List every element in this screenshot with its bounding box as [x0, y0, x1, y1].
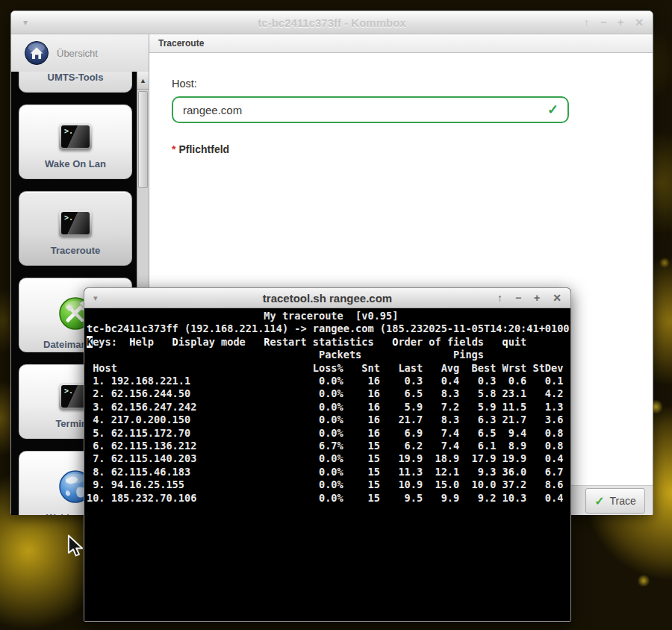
trace-button[interactable]: ✓ Trace	[585, 488, 645, 514]
valid-check-icon: ✓	[547, 102, 559, 118]
scrollbar-thumb[interactable]	[138, 91, 148, 188]
terminal-banner: My traceroute [v0.95]	[87, 310, 570, 322]
terminal-hop-row: 6. 62.115.136.212 6.7% 15 6.2 7.4 6.1 8.…	[87, 440, 570, 452]
minimize-button[interactable]: −	[515, 292, 521, 304]
terminal-keys-line: Keys: Help Display mode Restart statisti…	[87, 336, 570, 349]
terminal-hop-row: 3. 62.156.247.242 0.0% 16 5.9 7.2 5.9 11…	[87, 401, 570, 414]
required-star: *	[172, 143, 175, 155]
host-label: Host:	[172, 78, 653, 90]
sidebar-item-label: Traceroute	[51, 245, 100, 256]
close-button[interactable]: ✕	[635, 16, 644, 28]
window-menu-icon[interactable]: ▾	[23, 17, 28, 28]
mouse-cursor	[67, 534, 84, 558]
terminal-hop-row: 10. 185.232.70.106 0.0% 15 9.5 9.9 9.2 1…	[87, 492, 570, 505]
trace-button-label: Trace	[610, 495, 636, 507]
terminal-hop-row: 7. 62.115.140.203 0.0% 15 19.9 18.9 17.9…	[87, 452, 570, 465]
required-note: *Pflichtfeld	[172, 143, 653, 155]
scroll-up-button[interactable]: ▲	[137, 72, 149, 90]
terminal-info-line: tc-bc2411c373ff (192.168.221.114) -> ran…	[87, 322, 570, 335]
terminal-hop-row: 4. 217.0.200.150 0.0% 16 21.7 8.3 6.3 21…	[87, 414, 570, 426]
home-icon	[24, 40, 49, 66]
kommbox-titlebar[interactable]: ▾ tc-bc2411c373ff - Kommbox ↑ − + ✕	[11, 11, 653, 34]
check-icon: ✓	[594, 494, 604, 508]
host-input-wrap: ✓	[172, 96, 569, 123]
host-input[interactable]	[172, 96, 569, 123]
minimize-button[interactable]: −	[600, 16, 606, 28]
tabstrip: Traceroute	[149, 34, 653, 53]
terminal-icon: >.	[59, 210, 92, 237]
sidebar-item-wake-on-lan[interactable]: >.Wake On Lan	[19, 105, 132, 179]
terminal-icon: >.	[59, 123, 92, 150]
shade-button[interactable]: ↑	[584, 16, 589, 28]
terminal-group-header: Packets Pings	[87, 349, 570, 361]
terminal-window: ▾ tracetool.sh rangee.com ↑ − + ✕ My tra…	[84, 287, 571, 622]
window-menu-icon[interactable]: ▾	[93, 293, 98, 303]
kommbox-window-controls: ↑ − + ✕	[584, 16, 644, 28]
sidebar-item-label: UMTS-Tools	[48, 72, 104, 83]
terminal-hop-row: 5. 62.115.172.70 0.0% 16 6.9 7.4 6.5 9.4…	[87, 427, 570, 440]
sidebar-item-uebersicht[interactable]: Übersicht	[11, 34, 149, 72]
terminal-hop-row: 9. 94.16.25.155 0.0% 15 10.9 15.0 10.0 3…	[87, 478, 570, 491]
kommbox-window-title: tc-bc2411c373ff - Kommbox	[11, 16, 653, 29]
close-button[interactable]: ✕	[553, 292, 561, 304]
desktop: ▾ tc-bc2411c373ff - Kommbox ↑ − + ✕	[0, 0, 672, 630]
maximize-button[interactable]: +	[534, 292, 540, 304]
sidebar-item-label: Übersicht	[57, 48, 98, 59]
terminal-column-header: Host Loss% Snt Last Avg Best Wrst StDev	[87, 362, 570, 375]
required-text: Pflichtfeld	[178, 143, 229, 155]
sidebar-item-traceroute[interactable]: >.Traceroute	[19, 191, 132, 266]
tab-traceroute[interactable]: Traceroute	[149, 38, 204, 49]
terminal-titlebar[interactable]: ▾ tracetool.sh rangee.com ↑ − + ✕	[84, 288, 570, 308]
shade-button[interactable]: ↑	[497, 292, 503, 304]
terminal-hop-row: 1. 192.168.221.1 0.0% 16 0.3 0.4 0.3 0.6…	[87, 375, 570, 387]
traceroute-form: Host: ✓ *Pflichtfeld	[149, 53, 653, 155]
sidebar-item-umts-tools[interactable]: >.UMTS-Tools	[19, 72, 132, 93]
terminal-window-controls: ↑ − + ✕	[497, 292, 561, 304]
terminal-hop-row: 2. 62.156.244.50 0.0% 16 6.5 8.3 5.8 23.…	[87, 387, 570, 400]
terminal-hop-row: 8. 62.115.46.183 0.0% 15 11.3 12.1 9.3 3…	[87, 466, 570, 478]
sidebar-item-label: Wake On Lan	[45, 158, 106, 169]
maximize-button[interactable]: +	[617, 16, 623, 28]
terminal-output: My traceroute [v0.95]tc-bc2411c373ff (19…	[84, 308, 570, 621]
